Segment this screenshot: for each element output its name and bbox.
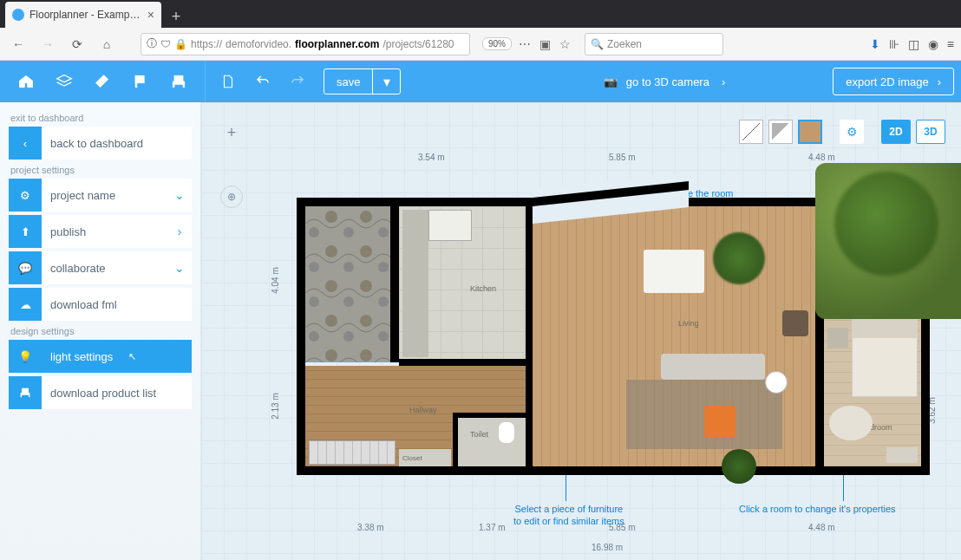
svg-rect-1 <box>135 75 137 87</box>
new-file-icon[interactable] <box>212 66 244 97</box>
browser-reload-button[interactable]: ⟳ <box>66 33 88 55</box>
room-label-kitchen: Kitchen <box>470 284 496 293</box>
lock-icon: 🔒 <box>174 38 187 50</box>
dim-left-2: 2.13 m <box>271 393 280 420</box>
url-scheme: https:// <box>191 38 222 50</box>
app-topbar: save ▾ 📷 go to 3D camera › export 2D ima… <box>0 61 961 102</box>
reader-icon[interactable]: ▣ <box>539 37 551 51</box>
dim-left-1: 4.04 m <box>271 267 280 294</box>
account-icon[interactable]: ◉ <box>928 37 938 51</box>
chevron-right-icon: › <box>938 75 941 88</box>
dim-bot-1: 3.38 m <box>357 523 384 532</box>
flag-icon[interactable] <box>121 61 160 102</box>
tab-title: Floorplanner - Example House <box>29 9 142 21</box>
browser-search-box[interactable]: 🔍 Zoeken <box>585 33 723 55</box>
view-settings-button[interactable]: ⚙ <box>840 120 864 144</box>
address-bar[interactable]: ⓘ 🛡 🔒 https://demoforvideo.floorplanner.… <box>141 33 470 55</box>
section-label-design: design settings <box>10 326 192 336</box>
room-label-hallway: Hallway <box>409 406 437 414</box>
sidebar-icon[interactable]: ◫ <box>908 37 919 51</box>
browser-back-button[interactable]: ← <box>7 33 29 55</box>
chevron-down-icon: ⌄ <box>167 261 192 275</box>
search-icon: 🔍 <box>591 38 604 50</box>
layers-icon[interactable] <box>45 61 83 102</box>
zoom-in-button[interactable]: + <box>220 121 243 144</box>
section-label-project: project settings <box>10 165 192 175</box>
sidebar-item-collaborate[interactable]: 💬 collaborate ⌄ <box>9 251 192 284</box>
dim-bot-total: 16.98 m <box>592 543 623 552</box>
view-controls: ⚙ 2D 3D <box>739 120 945 144</box>
view-wireframe-button[interactable] <box>739 120 763 144</box>
dim-bot-4: 4.48 m <box>808 523 835 532</box>
sidebar-item-project-name[interactable]: ⚙ project name ⌄ <box>9 179 192 212</box>
url-domain: floorplanner.com <box>295 38 379 50</box>
bookmark-star-icon[interactable]: ☆ <box>559 37 571 51</box>
chair-icon[interactable] <box>160 61 198 102</box>
url-sub: demoforvideo. <box>226 38 291 50</box>
chevron-left-icon: ‹ <box>9 127 42 160</box>
cloud-download-icon: ☁ <box>9 288 42 321</box>
tab-favicon <box>12 9 24 21</box>
browser-tab[interactable]: Floorplanner - Example House × <box>5 2 161 28</box>
recenter-button[interactable]: ⊕ <box>220 186 243 208</box>
view-textured-button[interactable] <box>798 120 822 144</box>
home-icon[interactable] <box>7 61 45 102</box>
new-tab-button[interactable]: + <box>165 5 187 28</box>
mode-3d-button[interactable]: 3D <box>916 120 945 144</box>
shield-icon: 🛡 <box>160 38 171 50</box>
chat-icon: 💬 <box>9 251 42 284</box>
chair-icon <box>9 376 42 409</box>
room-label-toilet: Toilet <box>470 430 488 439</box>
dim-bot-2: 1.37 m <box>479 523 506 532</box>
mode-2d-button[interactable]: 2D <box>881 120 911 144</box>
chevron-right-icon: › <box>167 225 192 238</box>
floorplan-canvas[interactable]: + ⊕ ⚙ 2D 3D 3.54 m 5.85 m 4.48 m 4.04 m … <box>201 102 961 560</box>
lightbulb-icon: 💡 <box>9 340 42 373</box>
room-label-living: Living <box>678 319 699 328</box>
browser-home-button[interactable]: ⌂ <box>95 33 118 55</box>
save-dropdown[interactable]: ▾ <box>372 69 400 94</box>
sidebar-item-download-fml[interactable]: ☁ download fml <box>9 288 192 321</box>
sidebar-item-publish[interactable]: ⬆ publish › <box>9 215 192 248</box>
library-icon[interactable]: ⊪ <box>889 37 899 51</box>
floorplan[interactable]: Kitchen Living Hallway Toilet <box>297 198 930 475</box>
more-icon[interactable]: ⋯ <box>519 37 531 51</box>
section-label-exit: exit to dashboard <box>10 113 192 123</box>
browser-toolbar: ← → ⟳ ⌂ ⓘ 🛡 🔒 https://demoforvideo.floor… <box>0 28 961 61</box>
hammer-icon[interactable] <box>83 61 121 102</box>
close-tab-icon[interactable]: × <box>147 8 154 22</box>
view-outline-button[interactable] <box>768 120 793 144</box>
sidebar-item-download-product-list[interactable]: download product list <box>9 376 192 409</box>
download-icon[interactable]: ⬇ <box>870 37 880 51</box>
chevron-down-icon: ⌄ <box>167 188 192 202</box>
export-2d-image-button[interactable]: export 2D image › <box>833 68 954 95</box>
cursor-icon: ↖ <box>128 351 136 362</box>
room-label-closet: Closet <box>402 454 422 462</box>
hint-select-furniture: Select a piece of furniture to edit or f… <box>513 503 624 528</box>
undo-button[interactable] <box>247 66 278 97</box>
url-path: /projects/61280 <box>382 38 454 50</box>
save-button[interactable]: save <box>324 69 372 94</box>
hint-click-room: Click a room to change it's properties <box>739 503 896 515</box>
dim-top-1: 3.54 m <box>418 153 445 162</box>
redo-button[interactable] <box>282 66 313 97</box>
chevron-right-icon: › <box>722 75 725 88</box>
info-icon: ⓘ <box>147 36 157 51</box>
left-sidebar: exit to dashboard ‹ back to dashboard pr… <box>0 102 201 560</box>
gear-icon: ⚙ <box>9 179 42 212</box>
sidebar-item-light-settings[interactable]: 💡 light settings ↖ <box>9 340 192 373</box>
search-placeholder: Zoeken <box>607 38 642 50</box>
browser-forward-button[interactable]: → <box>36 33 59 55</box>
dim-top-2: 5.85 m <box>609 153 636 162</box>
dim-top-3: 4.48 m <box>808 153 835 162</box>
zoom-badge[interactable]: 90% <box>482 37 512 50</box>
menu-icon[interactable]: ≡ <box>947 37 954 51</box>
back-to-dashboard-button[interactable]: ‹ back to dashboard <box>9 127 192 160</box>
goto-3d-camera-button[interactable]: 📷 go to 3D camera › <box>592 68 737 95</box>
browser-tabstrip: Floorplanner - Example House × + <box>0 0 961 28</box>
camera-icon: 📷 <box>604 75 618 88</box>
upload-icon: ⬆ <box>9 215 42 248</box>
